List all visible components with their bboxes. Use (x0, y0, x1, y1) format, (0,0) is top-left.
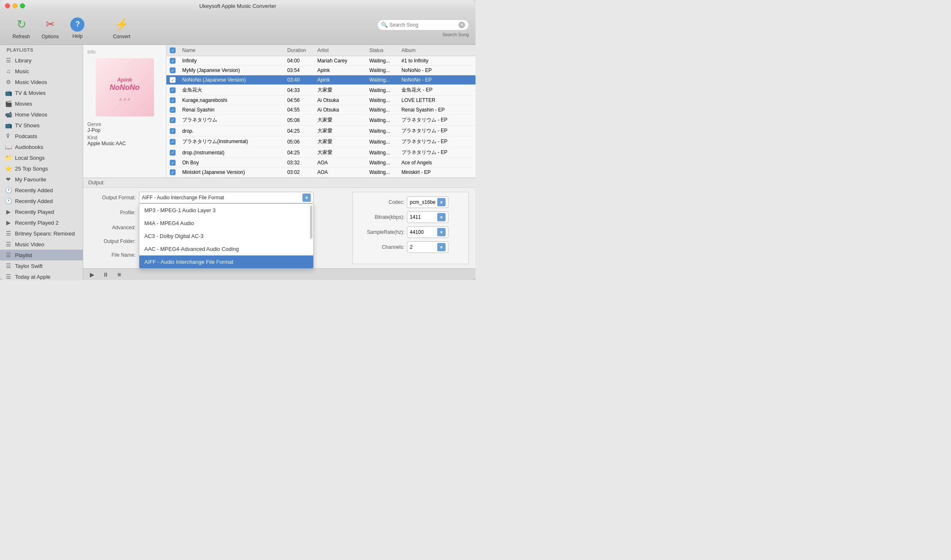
sidebar-item-britney-spears[interactable]: ☰ Britney Spears: Remixed (0, 228, 83, 239)
channels-arrow[interactable]: ▼ (437, 243, 446, 251)
output-bar: Output: (83, 178, 476, 188)
dropdown-option-m4a[interactable]: M4A - MPEG4 Audio (139, 217, 313, 230)
convert-button[interactable]: ⚡ Convert (107, 14, 136, 43)
row-checkbox[interactable]: ✓ (170, 117, 176, 123)
close-button[interactable] (5, 3, 10, 8)
minimize-button[interactable] (12, 3, 17, 8)
help-button[interactable]: ? Help (64, 14, 90, 42)
sidebar-item-25-top-songs[interactable]: ⭐ 25 Top Songs (0, 163, 83, 174)
song-list: ✓ Name Duration Artist Status Album ✓ (166, 45, 476, 178)
sidebar-item-label: Recently Played 2 (15, 220, 59, 226)
pause-button[interactable]: ⏸ (103, 271, 109, 278)
row-album: プラネタリウム - EP (398, 136, 476, 147)
sidebar-item-music-videos[interactable]: ⚙ Music Videos (0, 77, 83, 87)
movies-icon: 🎬 (5, 100, 12, 107)
sidebar-item-local-songs[interactable]: 📁 Local Songs (0, 152, 83, 163)
maximize-button[interactable] (20, 3, 25, 8)
row-duration: 03:32 (284, 158, 314, 168)
search-icon: 🔍 (381, 22, 388, 28)
sidebar-item-podcasts[interactable]: 🎙 Podcasts (0, 131, 83, 141)
output-format-dropdown[interactable]: MP3 - MPEG-1 Audio Layer 3 M4A - MPEG4 A… (139, 203, 314, 269)
table-row[interactable]: ✓ プラネタリウム(Instrumental) 05:06 大家愛 Waitin… (166, 136, 476, 147)
dropdown-option-aiff[interactable]: AIFF - Audio Interchange File Format (139, 255, 313, 268)
table-row[interactable]: ✓ Miniskirt (Japanese Version) 03:02 AOA… (166, 168, 476, 177)
app-window: Ukeysoft Apple Music Converter ↻ Refresh… (0, 0, 476, 280)
row-checkbox[interactable]: ✓ (170, 139, 176, 145)
sidebar-item-recently-added-1[interactable]: 🕐 Recently Added (0, 185, 83, 196)
sidebar-item-recently-played-1[interactable]: ▶ Recently Played (0, 206, 83, 217)
sidebar-item-taylor-swift[interactable]: ☰ Taylor Swift (0, 260, 83, 271)
select-all-checkbox[interactable]: ✓ (170, 47, 176, 53)
bitrate-value-control[interactable]: 1411 ▼ (407, 211, 448, 223)
dropdown-option-mp3[interactable]: MP3 - MPEG-1 Audio Layer 3 (139, 204, 313, 217)
today-apple-icon: ☰ (5, 273, 12, 280)
sidebar-item-tv-movies[interactable]: 📺 TV & Movies (0, 87, 83, 98)
channels-value-control[interactable]: 2 ▼ (407, 241, 448, 253)
sidebar-item-music[interactable]: ♫ Music (0, 66, 83, 77)
genre-label: Genre (87, 121, 101, 127)
row-checkbox[interactable]: ✓ (170, 128, 176, 134)
sidebar-item-music-video[interactable]: ☰ Music Video (0, 239, 83, 250)
sidebar-item-library[interactable]: ☰ Library (0, 55, 83, 66)
row-checkbox[interactable]: ✓ (170, 160, 176, 166)
row-album: プラネタリウム - EP (398, 115, 476, 126)
sidebar-item-tv-shows[interactable]: 📺 TV Shows (0, 120, 83, 131)
genre-value: J-Pop (87, 127, 101, 133)
row-checkbox[interactable]: ✓ (170, 87, 176, 93)
table-row[interactable]: ✓ drop.(Instrumental) 04:25 大家愛 Waiting.… (166, 147, 476, 158)
sidebar-item-home-videos[interactable]: 📹 Home Videos (0, 109, 83, 120)
row-checkbox[interactable]: ✓ (170, 58, 176, 64)
row-artist: 大家愛 (314, 115, 366, 126)
samplerate-arrow[interactable]: ▼ (437, 228, 446, 236)
row-checkbox[interactable]: ✓ (170, 97, 176, 103)
table-row[interactable]: ✓ Oh Boy 03:32 AOA Waiting... Ace of Ang… (166, 158, 476, 168)
search-input[interactable] (389, 22, 457, 28)
codec-arrow[interactable]: ▼ (437, 198, 446, 206)
kind-value: Apple Music AAC (87, 141, 126, 146)
sidebar-item-my-favourite[interactable]: ❤ My Favourite (0, 174, 83, 185)
sidebar-item-audiobooks[interactable]: 📖 Audiobooks (0, 141, 83, 152)
output-format-arrow[interactable]: ▼ (302, 193, 311, 202)
play-button[interactable]: ▶ (90, 271, 94, 278)
samplerate-value-control[interactable]: 44100 ▼ (407, 226, 448, 238)
table-row[interactable]: ✓ プラネタリウム 05:08 大家愛 Waiting... プラネタリウム -… (166, 115, 476, 126)
codec-value-control[interactable]: pcm_s16be ▼ (407, 196, 448, 208)
channels-row: Channels: 2 ▼ (359, 241, 463, 253)
row-checkbox[interactable]: ✓ (170, 67, 176, 73)
output-format-control[interactable]: AIFF - Audio Interchange File Format ▼ (139, 192, 314, 203)
table-row[interactable]: ✓ drop. 04:25 大家愛 Waiting... プラネタリウム - E… (166, 126, 476, 136)
sidebar-item-recently-added-2[interactable]: 🕐 Recently Added (0, 196, 83, 206)
taylor-swift-icon: ☰ (5, 263, 12, 269)
sidebar-item-recently-played-2[interactable]: ▶ Recently Played 2 (0, 217, 83, 228)
table-row[interactable]: ✓ Kurage,nagareboshi 04:56 Ai Otsuka Wai… (166, 96, 476, 105)
row-checkbox[interactable]: ✓ (170, 107, 176, 113)
row-name: Oh Boy (179, 158, 284, 168)
sidebar-item-movies[interactable]: 🎬 Movies (0, 98, 83, 109)
row-checkbox[interactable]: ✓ (170, 150, 176, 156)
dropdown-option-aac[interactable]: AAC - MPEG4-Advanced Audio Coding (139, 243, 313, 255)
row-duration: 03:02 (284, 168, 314, 177)
sidebar-item-today-at-apple[interactable]: ☰ Today at Apple (0, 271, 83, 280)
info-header: Info (87, 49, 96, 55)
samplerate-label: SampleRate(hz): (359, 229, 404, 235)
table-row[interactable]: ✓ MyMy (Japanese Version) 03:54 Apink Wa… (166, 66, 476, 75)
kind-label: Kind (87, 135, 126, 141)
stop-button[interactable]: ⏹ (117, 272, 122, 278)
row-duration: 04:33 (284, 85, 314, 96)
table-row[interactable]: ✓ NoNoNo (Japanese Version) 03:40 Apink … (166, 75, 476, 85)
refresh-button[interactable]: ↻ Refresh (7, 14, 36, 43)
table-row[interactable]: ✓ 金魚花火 04:33 大家愛 Waiting... 金魚花火 - EP (166, 85, 476, 96)
search-box[interactable]: 🔍 ✕ (377, 20, 469, 30)
row-checkbox[interactable]: ✓ (170, 77, 176, 83)
row-checkbox[interactable]: ✓ (170, 169, 176, 175)
sidebar-item-playlist[interactable]: ☰ Playlist (0, 250, 83, 260)
sidebar-item-label: Playlist (15, 252, 32, 258)
dropdown-option-ac3[interactable]: AC3 - Dolby Digital AC-3 (139, 230, 313, 243)
clear-search-icon[interactable]: ✕ (458, 22, 465, 28)
refresh-icon: ↻ (14, 17, 29, 32)
options-button[interactable]: ✂ Options (36, 14, 64, 43)
bitrate-arrow[interactable]: ▼ (437, 213, 446, 221)
table-row[interactable]: ✓ Renai Syashin 04:55 Ai Otsuka Waiting.… (166, 105, 476, 115)
refresh-label: Refresh (12, 34, 30, 40)
table-row[interactable]: ✓ Infinity 04:00 Mariah Carey Waiting...… (166, 56, 476, 66)
